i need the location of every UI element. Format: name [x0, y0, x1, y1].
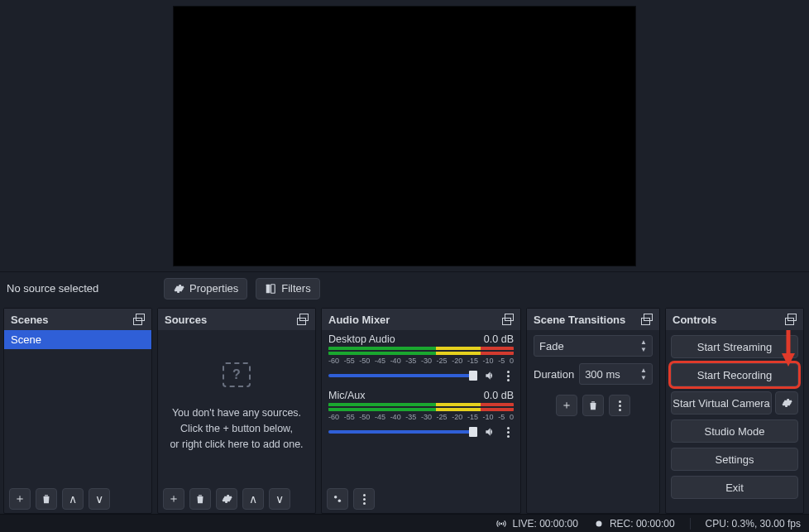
controls-title: Controls	[673, 314, 716, 326]
add-transition-button[interactable]: ＋	[556, 395, 577, 416]
dots-vertical-icon	[358, 494, 370, 505]
transitions-title: Scene Transitions	[534, 314, 625, 326]
advanced-audio-button[interactable]	[327, 488, 348, 510]
duration-label: Duration	[534, 368, 574, 381]
trash-icon	[194, 493, 206, 505]
scenes-header: Scenes	[4, 309, 151, 330]
add-source-button[interactable]: ＋	[163, 488, 184, 510]
audio-mixer-panel: Audio Mixer Desktop Audio 0.0 dB -60-55-…	[321, 308, 521, 514]
broadcast-icon	[495, 518, 507, 530]
duration-input[interactable]: 300 ms ▲▼	[579, 363, 653, 385]
popout-icon[interactable]	[502, 314, 514, 325]
transitions-header: Scene Transitions	[527, 309, 659, 330]
sources-empty: ? You don't have any sources. Click the …	[158, 330, 315, 485]
volume-slider[interactable]	[328, 430, 477, 434]
dots-vertical-icon	[614, 400, 625, 411]
gear-icon	[173, 283, 184, 295]
status-bar: LIVE: 00:00:00 REC: 00:00:00 CPU: 0.3%, …	[0, 514, 809, 532]
sources-empty-line: or right click here to add one.	[170, 437, 303, 453]
sources-footer: ＋ ∧ ∨	[158, 485, 315, 513]
scenes-title: Scenes	[11, 314, 49, 326]
transition-select[interactable]: Fade ▲▼	[534, 335, 653, 357]
mixer-channel: Desktop Audio 0.0 dB -60-55-50-45-40-35-…	[328, 333, 514, 381]
meter-ticks: -60-55-50-45-40-35-30-25-20-15-10-50	[328, 413, 514, 421]
gears-icon	[332, 493, 343, 505]
svg-point-2	[334, 496, 337, 499]
start-virtual-camera-button[interactable]: Start Virtual Camera	[671, 391, 772, 415]
sources-list[interactable]: ? You don't have any sources. Click the …	[158, 330, 315, 485]
spinner-icon: ▲▼	[640, 339, 647, 353]
remove-transition-button[interactable]	[582, 395, 604, 416]
channel-level: 0.0 dB	[484, 333, 514, 345]
sources-header: Sources	[158, 309, 315, 330]
preview-canvas[interactable]	[173, 6, 636, 266]
mixer-footer	[322, 485, 520, 513]
filters-button[interactable]: Filters	[256, 278, 319, 300]
channel-menu-button[interactable]	[502, 371, 514, 381]
trash-icon	[41, 493, 52, 505]
start-streaming-button[interactable]: Start Streaming	[671, 335, 798, 358]
channel-meter	[328, 347, 514, 355]
svg-rect-1	[271, 284, 275, 293]
trash-icon	[587, 400, 599, 411]
sources-title: Sources	[165, 314, 207, 326]
properties-label: Properties	[189, 282, 238, 295]
properties-button[interactable]: Properties	[164, 278, 247, 300]
channel-name: Desktop Audio	[328, 333, 395, 345]
popout-icon[interactable]	[297, 314, 309, 325]
speaker-icon[interactable]	[484, 370, 495, 381]
mixer-body: Desktop Audio 0.0 dB -60-55-50-45-40-35-…	[322, 330, 520, 485]
scene-down-button[interactable]: ∨	[89, 488, 110, 510]
controls-body: Start Streaming Start Recording Start Vi…	[666, 330, 803, 513]
transitions-panel: Scene Transitions Fade ▲▼ Duration 300 m…	[526, 308, 660, 514]
filters-label: Filters	[281, 282, 310, 295]
scenes-list[interactable]: Scene	[4, 330, 151, 485]
svg-point-3	[338, 500, 342, 503]
transition-selected: Fade	[539, 340, 564, 352]
channel-meter	[328, 403, 514, 411]
status-live: LIVE: 00:00:00	[495, 518, 577, 530]
scene-item[interactable]: Scene	[4, 330, 151, 349]
start-recording-button[interactable]: Start Recording	[671, 363, 798, 386]
channel-menu-button[interactable]	[502, 427, 514, 438]
settings-button[interactable]: Settings	[671, 448, 798, 471]
svg-point-6	[596, 520, 601, 526]
popout-icon[interactable]	[133, 314, 145, 325]
source-down-button[interactable]: ∨	[269, 488, 290, 510]
duration-value: 300 ms	[585, 368, 620, 381]
scenes-panel: Scenes Scene ＋ ∧ ∨	[3, 308, 152, 514]
virtual-camera-settings-button[interactable]	[775, 391, 798, 415]
sources-empty-line: Click the + button below,	[180, 421, 293, 437]
mixer-title: Audio Mixer	[328, 314, 390, 326]
add-scene-button[interactable]: ＋	[9, 488, 31, 510]
popout-icon[interactable]	[641, 314, 653, 325]
filters-icon	[265, 283, 276, 295]
scene-up-button[interactable]: ∧	[62, 488, 84, 510]
controls-header: Controls	[666, 309, 803, 330]
transitions-body: Fade ▲▼ Duration 300 ms ▲▼ ＋	[527, 330, 659, 513]
status-rec: REC: 00:00:00	[593, 518, 675, 530]
mixer-header: Audio Mixer	[322, 309, 520, 330]
controls-panel: Controls Start Streaming Start Recording…	[665, 308, 804, 514]
mixer-channel: Mic/Aux 0.0 dB -60-55-50-45-40-35-30-25-…	[328, 390, 514, 438]
exit-button[interactable]: Exit	[671, 476, 798, 499]
meter-ticks: -60-55-50-45-40-35-30-25-20-15-10-50	[328, 357, 514, 365]
gear-icon	[221, 493, 232, 505]
mixer-menu-button[interactable]	[353, 488, 375, 510]
popout-icon[interactable]	[785, 314, 797, 325]
sources-panel: Sources ? You don't have any sources. Cl…	[157, 308, 316, 514]
volume-slider[interactable]	[328, 374, 477, 377]
gear-icon	[781, 397, 792, 409]
question-icon: ?	[223, 362, 251, 387]
studio-mode-button[interactable]: Studio Mode	[671, 419, 798, 443]
speaker-icon[interactable]	[484, 426, 495, 438]
transition-menu-button[interactable]	[609, 395, 630, 416]
channel-name: Mic/Aux	[328, 390, 365, 401]
svg-rect-0	[266, 284, 270, 293]
source-settings-button[interactable]	[216, 488, 237, 510]
spinner-icon: ▲▼	[640, 367, 647, 381]
remove-source-button[interactable]	[189, 488, 211, 510]
source-up-button[interactable]: ∧	[242, 488, 264, 510]
remove-scene-button[interactable]	[36, 488, 57, 510]
status-cpu: CPU: 0.3%, 30.00 fps	[706, 518, 801, 530]
